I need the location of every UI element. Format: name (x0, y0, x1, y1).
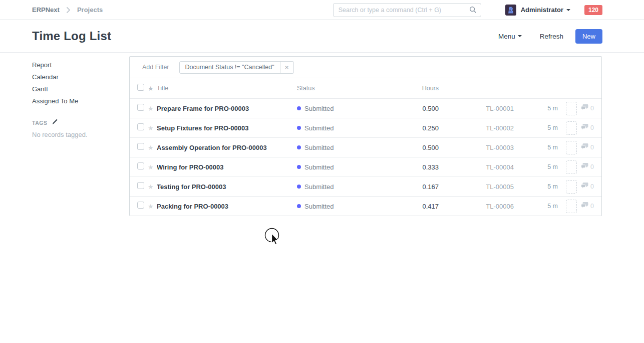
comment-count: 0 (590, 124, 594, 131)
hours-value: 0.333 (381, 163, 439, 171)
table-row[interactable]: ★ Assembly Operation for PRO-00003 Submi… (130, 137, 601, 157)
active-filter-label[interactable]: Document Status != "Cancelled" (180, 62, 280, 73)
row-checkbox[interactable] (137, 162, 144, 169)
status-dot-icon (297, 126, 301, 130)
comments-icon (580, 162, 589, 172)
menu-button-label: Menu (498, 33, 515, 40)
row-title-link[interactable]: Packing for PRO-00003 (157, 203, 297, 210)
row-title-link[interactable]: Setup Fixtures for PRO-00003 (157, 124, 297, 132)
search-input[interactable] (333, 3, 481, 17)
hours-value: 0.250 (381, 124, 439, 132)
navbar: ERPNext Projects Administrator 120 (0, 0, 644, 20)
row-title-link[interactable]: Assembly Operation for PRO-00003 (157, 144, 297, 151)
document-id: TL-00003 (439, 144, 514, 151)
document-id: TL-00004 (439, 163, 514, 171)
document-id: TL-00006 (439, 203, 514, 210)
page-head: Time Log List Menu Refresh New (0, 20, 644, 53)
user-avatar-icon (505, 5, 516, 16)
status-dot-icon (297, 204, 301, 208)
comments-icon (580, 123, 589, 132)
table-row[interactable]: ★ Setup Fixtures for PRO-00003 Submitted… (130, 118, 601, 137)
status-label: Submitted (304, 203, 334, 210)
comment-count: 0 (590, 183, 594, 190)
comments-icon (580, 182, 589, 191)
tags-empty-text: No records tagged. (32, 131, 119, 138)
row-checkbox[interactable] (137, 123, 144, 130)
erpnext-brand-link[interactable]: ERPNext (32, 6, 60, 14)
list-sidebar: Report Calendar Gantt Assigned To Me TAG… (0, 53, 129, 138)
row-title-link[interactable]: Wiring for PRO-00003 (157, 163, 297, 171)
hours-value: 0.417 (381, 203, 439, 210)
add-filter-button[interactable]: Add Filter (142, 64, 169, 71)
modified-time: 5 m (514, 144, 558, 151)
search-icon (469, 6, 477, 16)
content-area: Report Calendar Gantt Assigned To Me TAG… (0, 53, 644, 216)
sidebar-item[interactable]: Assigned To Me (32, 95, 119, 107)
notification-badge[interactable]: 120 (584, 5, 602, 15)
row-checkbox[interactable] (137, 182, 144, 189)
breadcrumb-projects-link[interactable]: Projects (77, 6, 103, 14)
chevron-down-icon (566, 9, 570, 11)
new-button[interactable]: New (575, 29, 602, 44)
comment-count: 0 (590, 203, 594, 210)
row-checkbox[interactable] (137, 202, 144, 209)
table-row[interactable]: ★ Prepare Frame for PRO-00003 Submitted … (130, 98, 601, 118)
assigned-avatar-placeholder[interactable] (566, 121, 577, 135)
assigned-avatar-placeholder[interactable] (566, 102, 577, 115)
status-dot-icon (297, 106, 301, 110)
sidebar-item[interactable]: Calendar (32, 71, 119, 83)
row-checkbox[interactable] (137, 104, 144, 111)
star-icon[interactable]: ★ (148, 164, 157, 170)
remove-filter-button[interactable]: ✕ (280, 62, 293, 73)
select-all-checkbox[interactable] (137, 84, 144, 91)
sidebar-item[interactable]: Gantt (32, 83, 119, 95)
active-filter-chip: Document Status != "Cancelled" ✕ (179, 61, 294, 74)
assigned-avatar-placeholder[interactable] (566, 180, 577, 194)
edit-tags-pencil-icon[interactable] (52, 118, 59, 127)
filter-bar: Add Filter Document Status != "Cancelled… (130, 57, 601, 78)
comments-icon (580, 104, 589, 113)
assigned-avatar-placeholder[interactable] (566, 200, 577, 213)
star-icon[interactable]: ★ (148, 144, 157, 151)
table-row[interactable]: ★ Packing for PRO-00003 Submitted 0.417 … (130, 196, 601, 216)
status-label: Submitted (304, 183, 334, 191)
hours-value: 0.167 (381, 183, 439, 191)
table-row[interactable]: ★ Wiring for PRO-00003 Submitted 0.333 T… (130, 157, 601, 177)
row-title-link[interactable]: Testing for PRO-00003 (157, 183, 297, 191)
mouse-cursor (264, 227, 283, 252)
star-icon[interactable]: ★ (148, 203, 157, 210)
document-id: TL-00001 (439, 105, 514, 112)
document-id: TL-00002 (439, 124, 514, 132)
document-id: TL-00005 (439, 183, 514, 191)
star-icon[interactable]: ★ (148, 125, 157, 131)
menu-button[interactable]: Menu (498, 33, 522, 40)
column-header-title: Title (157, 85, 297, 92)
chevron-right-icon (66, 7, 71, 13)
row-checkbox[interactable] (137, 143, 144, 150)
table-row[interactable]: ★ Testing for PRO-00003 Submitted 0.167 … (130, 177, 601, 196)
row-title-link[interactable]: Prepare Frame for PRO-00003 (157, 105, 297, 112)
comment-count: 0 (590, 163, 594, 170)
modified-time: 5 m (514, 183, 558, 190)
status-dot-icon (297, 145, 301, 149)
star-icon[interactable]: ★ (148, 105, 157, 112)
modified-time: 5 m (514, 163, 558, 170)
modified-time: 5 m (514, 203, 558, 210)
user-menu[interactable]: Administrator (505, 5, 570, 16)
star-filter-icon[interactable]: ★ (148, 85, 157, 92)
status-dot-icon (297, 185, 301, 189)
list-header-row: ★ Title Status Hours (130, 78, 601, 98)
hours-value: 0.500 (381, 144, 439, 151)
list-container: Add Filter Document Status != "Cancelled… (129, 56, 602, 216)
chevron-down-icon (518, 35, 522, 37)
modified-time: 5 m (514, 105, 558, 112)
star-icon[interactable]: ★ (148, 184, 157, 190)
assigned-avatar-placeholder[interactable] (566, 141, 577, 154)
refresh-button[interactable]: Refresh (540, 33, 563, 40)
assigned-avatar-placeholder[interactable] (566, 160, 577, 174)
tags-heading: TAGS (32, 120, 47, 126)
sidebar-item[interactable]: Report (32, 59, 119, 71)
user-name-label: Administrator (521, 6, 563, 14)
comment-count: 0 (590, 144, 594, 151)
hours-value: 0.500 (381, 105, 439, 112)
